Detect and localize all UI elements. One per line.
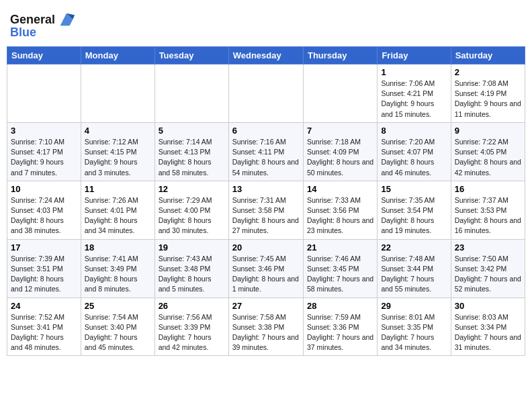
calendar-table: SundayMondayTuesdayWednesdayThursdayFrid… [7,46,525,356]
calendar-cell: 29Sunrise: 8:01 AM Sunset: 3:35 PM Dayli… [378,298,451,356]
day-info: Sunrise: 7:12 AM Sunset: 4:15 PM Dayligh… [85,137,151,178]
day-info: Sunrise: 7:10 AM Sunset: 4:17 PM Dayligh… [11,137,77,178]
day-number: 6 [232,126,300,136]
calendar-cell: 24Sunrise: 7:52 AM Sunset: 3:41 PM Dayli… [7,298,81,356]
day-info: Sunrise: 7:14 AM Sunset: 4:13 PM Dayligh… [159,137,225,178]
day-info: Sunrise: 7:43 AM Sunset: 3:48 PM Dayligh… [159,254,225,295]
day-info: Sunrise: 7:35 AM Sunset: 3:54 PM Dayligh… [381,195,447,236]
calendar-cell: 30Sunrise: 8:03 AM Sunset: 3:34 PM Dayli… [451,298,525,356]
day-number: 9 [455,126,521,136]
day-number: 22 [381,242,447,253]
calendar-cell [228,64,303,123]
day-number: 28 [307,301,373,311]
calendar-cell: 12Sunrise: 7:29 AM Sunset: 4:00 PM Dayli… [154,181,228,239]
calendar-cell: 14Sunrise: 7:33 AM Sunset: 3:56 PM Dayli… [303,181,377,239]
calendar-cell: 9Sunrise: 7:22 AM Sunset: 4:05 PM Daylig… [451,122,525,181]
day-number: 3 [11,126,77,136]
calendar-cell: 13Sunrise: 7:31 AM Sunset: 3:58 PM Dayli… [228,181,303,239]
day-info: Sunrise: 7:18 AM Sunset: 4:09 PM Dayligh… [307,137,373,178]
calendar-cell: 2Sunrise: 7:08 AM Sunset: 4:19 PM Daylig… [451,64,525,123]
day-number: 8 [381,126,447,136]
day-info: Sunrise: 7:50 AM Sunset: 3:42 PM Dayligh… [455,254,521,295]
day-info: Sunrise: 7:31 AM Sunset: 3:58 PM Dayligh… [232,195,300,236]
weekday-header-row: SundayMondayTuesdayWednesdayThursdayFrid… [7,47,525,64]
calendar-cell: 22Sunrise: 7:48 AM Sunset: 3:44 PM Dayli… [378,239,451,298]
calendar-cell: 5Sunrise: 7:14 AM Sunset: 4:13 PM Daylig… [154,122,228,181]
day-info: Sunrise: 7:46 AM Sunset: 3:45 PM Dayligh… [307,254,373,295]
calendar-week-row: 24Sunrise: 7:52 AM Sunset: 3:41 PM Dayli… [7,298,525,356]
weekday-header-tuesday: Tuesday [154,47,228,64]
calendar-cell: 16Sunrise: 7:37 AM Sunset: 3:53 PM Dayli… [451,181,525,239]
calendar-week-row: 17Sunrise: 7:39 AM Sunset: 3:51 PM Dayli… [7,239,525,298]
day-info: Sunrise: 7:45 AM Sunset: 3:46 PM Dayligh… [232,254,300,295]
calendar-week-row: 1Sunrise: 7:06 AM Sunset: 4:21 PM Daylig… [7,64,525,123]
calendar-cell [154,64,228,123]
calendar-cell: 20Sunrise: 7:45 AM Sunset: 3:46 PM Dayli… [228,239,303,298]
day-number: 21 [307,242,373,253]
day-number: 11 [85,184,151,194]
day-info: Sunrise: 7:37 AM Sunset: 3:53 PM Dayligh… [455,195,521,236]
calendar-cell: 25Sunrise: 7:54 AM Sunset: 3:40 PM Dayli… [81,298,154,356]
day-info: Sunrise: 7:48 AM Sunset: 3:44 PM Dayligh… [381,254,447,295]
calendar-cell: 11Sunrise: 7:26 AM Sunset: 4:01 PM Dayli… [81,181,154,239]
calendar-cell: 26Sunrise: 7:56 AM Sunset: 3:39 PM Dayli… [154,298,228,356]
day-number: 26 [159,301,225,311]
calendar-cell: 7Sunrise: 7:18 AM Sunset: 4:09 PM Daylig… [303,122,377,181]
day-info: Sunrise: 7:39 AM Sunset: 3:51 PM Dayligh… [11,254,77,295]
day-info: Sunrise: 7:20 AM Sunset: 4:07 PM Dayligh… [381,137,447,178]
logo: General Blue [10,10,76,40]
day-number: 2 [455,67,521,77]
day-number: 5 [159,126,225,136]
weekday-header-monday: Monday [81,47,154,64]
day-number: 23 [455,242,521,253]
calendar-cell: 27Sunrise: 7:58 AM Sunset: 3:38 PM Dayli… [228,298,303,356]
calendar-cell: 6Sunrise: 7:16 AM Sunset: 4:11 PM Daylig… [228,122,303,181]
calendar-cell: 23Sunrise: 7:50 AM Sunset: 3:42 PM Dayli… [451,239,525,298]
calendar-week-row: 10Sunrise: 7:24 AM Sunset: 4:03 PM Dayli… [7,181,525,239]
day-info: Sunrise: 7:26 AM Sunset: 4:01 PM Dayligh… [85,195,151,236]
day-info: Sunrise: 7:56 AM Sunset: 3:39 PM Dayligh… [159,312,225,353]
calendar-cell: 18Sunrise: 7:41 AM Sunset: 3:49 PM Dayli… [81,239,154,298]
day-number: 1 [381,67,447,77]
calendar-cell: 3Sunrise: 7:10 AM Sunset: 4:17 PM Daylig… [7,122,81,181]
day-info: Sunrise: 7:58 AM Sunset: 3:38 PM Dayligh… [232,312,300,353]
day-number: 7 [307,126,373,136]
day-number: 25 [85,301,151,311]
weekday-header-sunday: Sunday [7,47,81,64]
calendar-cell: 19Sunrise: 7:43 AM Sunset: 3:48 PM Dayli… [154,239,228,298]
day-number: 18 [85,242,151,253]
day-number: 13 [232,184,300,194]
calendar-cell: 10Sunrise: 7:24 AM Sunset: 4:03 PM Dayli… [7,181,81,239]
weekday-header-saturday: Saturday [451,47,525,64]
calendar-cell: 15Sunrise: 7:35 AM Sunset: 3:54 PM Dayli… [378,181,451,239]
day-number: 29 [381,301,447,311]
calendar-cell [81,64,154,123]
calendar-cell [7,64,81,123]
day-number: 30 [455,301,521,311]
calendar-week-row: 3Sunrise: 7:10 AM Sunset: 4:17 PM Daylig… [7,122,525,181]
day-info: Sunrise: 7:22 AM Sunset: 4:05 PM Dayligh… [455,137,521,178]
day-number: 15 [381,184,447,194]
day-info: Sunrise: 7:52 AM Sunset: 3:41 PM Dayligh… [11,312,77,353]
weekday-header-wednesday: Wednesday [228,47,303,64]
day-info: Sunrise: 7:29 AM Sunset: 4:00 PM Dayligh… [159,195,225,236]
day-number: 17 [11,242,77,253]
day-number: 24 [11,301,77,311]
weekday-header-friday: Friday [378,47,451,64]
day-info: Sunrise: 8:01 AM Sunset: 3:35 PM Dayligh… [381,312,447,353]
page-header: General Blue [7,7,525,40]
day-number: 27 [232,301,300,311]
day-info: Sunrise: 7:59 AM Sunset: 3:36 PM Dayligh… [307,312,373,353]
day-number: 16 [455,184,521,194]
calendar-cell: 17Sunrise: 7:39 AM Sunset: 3:51 PM Dayli… [7,239,81,298]
logo-text-general: General [10,13,55,27]
day-info: Sunrise: 7:16 AM Sunset: 4:11 PM Dayligh… [232,137,300,178]
day-info: Sunrise: 8:03 AM Sunset: 3:34 PM Dayligh… [455,312,521,353]
day-info: Sunrise: 7:24 AM Sunset: 4:03 PM Dayligh… [11,195,77,236]
weekday-header-thursday: Thursday [303,47,377,64]
logo-icon [57,10,76,29]
day-number: 12 [159,184,225,194]
day-number: 14 [307,184,373,194]
calendar-cell: 8Sunrise: 7:20 AM Sunset: 4:07 PM Daylig… [378,122,451,181]
day-info: Sunrise: 7:33 AM Sunset: 3:56 PM Dayligh… [307,195,373,236]
